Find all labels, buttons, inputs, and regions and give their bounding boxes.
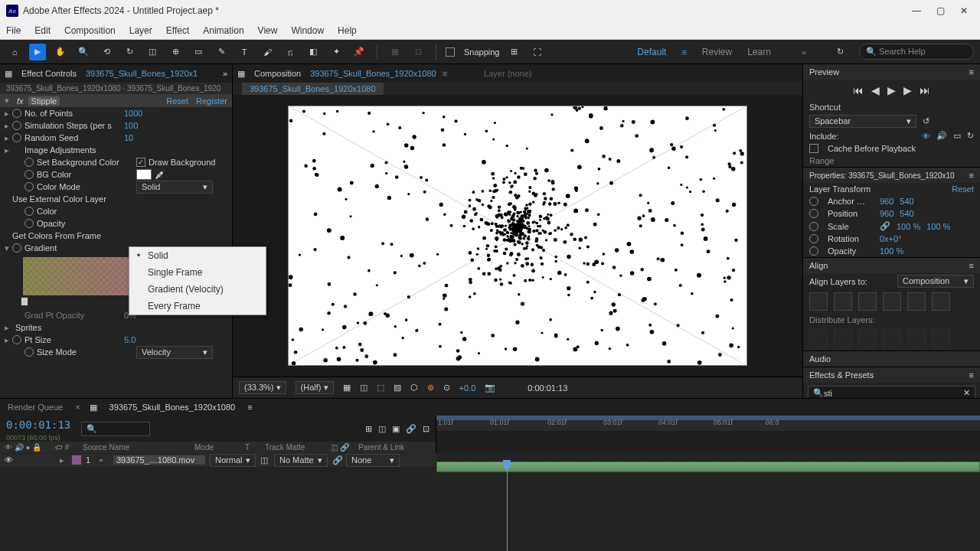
align-right-button[interactable] [858,292,877,311]
grid-icon[interactable]: ▦ [343,383,351,393]
project-icon[interactable]: ▦ [5,69,12,79]
opacity-value[interactable]: 100 % [880,246,903,256]
layer-row-1[interactable]: 👁 ▸ 1 ▫ 393675_…1080.mov Normal▾ ◫ No Ma… [0,454,436,467]
dropdown-item-single-frame[interactable]: Single Frame [129,264,266,281]
video-icon[interactable]: 👁 [922,132,930,141]
prop-no-points-value[interactable]: 1000 [124,109,142,118]
link-icon[interactable]: 🔗 [880,221,890,231]
layer-color-label[interactable] [72,455,81,465]
rotation-value[interactable]: 0x+0° [880,234,902,243]
clone-tool-icon[interactable]: ⎌ [282,44,299,60]
eraser-tool-icon[interactable]: ◧ [305,44,322,60]
layer-duration-bar[interactable] [436,461,980,472]
timeline-opt-icon[interactable]: ▣ [392,424,400,434]
menu-animation[interactable]: Animation [203,25,243,36]
region-icon[interactable]: ⬚ [377,383,384,393]
timeline-search[interactable]: 🔍 [81,422,150,436]
align-top-button[interactable] [883,292,901,311]
snapshot-icon[interactable]: 📷 [485,383,495,393]
timeline-comp-icon[interactable]: ▦ [90,403,97,412]
layer-name[interactable]: 393675_…1080.mov [113,455,205,465]
prop-pt-size-value[interactable]: 5.0 [124,335,136,344]
effect-controls-comp-link[interactable]: 393675_Skull_Bones_1920x1 [86,69,198,78]
next-frame-button[interactable]: ▶ [903,84,912,96]
brush-tool-icon[interactable]: 🖌 [259,44,276,60]
loop-icon[interactable]: ↻ [967,131,974,141]
pen-tool-icon[interactable]: ✎ [213,44,230,60]
minimize-button[interactable]: — [912,5,921,16]
color-mode-dropdown[interactable]: Solid▾ [136,181,213,194]
col-parent-link[interactable]: Parent & Link [358,443,404,452]
prev-frame-button[interactable]: ◀ [871,84,880,96]
snap-options-icon[interactable]: ⊞ [506,44,523,60]
stopwatch-icon[interactable] [12,335,21,344]
puppet-tool-icon[interactable]: 📌 [351,44,368,60]
menu-composition[interactable]: Composition [64,25,116,36]
timeline-opt-icon[interactable]: ⊡ [423,424,430,434]
roto-tool-icon[interactable]: ✦ [328,44,345,60]
anchor-y[interactable]: 540 [900,197,913,206]
search-help-input[interactable]: 🔍 Search Help [859,44,974,60]
stopwatch-icon[interactable] [24,207,34,216]
timeline-opt-icon[interactable]: ◫ [378,424,386,434]
maximize-button[interactable]: ▢ [936,5,945,16]
footage-icon[interactable]: ▦ [237,69,245,79]
stopwatch-icon[interactable] [12,121,21,130]
transparency-icon[interactable]: ▨ [394,383,401,393]
align-center-h-button[interactable] [834,292,852,311]
reset-icon[interactable]: ↺ [923,116,929,126]
transform-reset-link[interactable]: Reset [952,184,974,194]
stopwatch-icon[interactable] [24,170,34,179]
rotate-tool-icon[interactable]: ↻ [121,44,138,60]
last-frame-button[interactable]: ⏭ [920,84,930,96]
close-button[interactable]: ✕ [960,5,968,16]
first-frame-button[interactable]: ⏮ [853,84,864,96]
effect-reset-link[interactable]: Reset [166,96,188,106]
composition-name-link[interactable]: 393675_Skull_Bones_1920x1080 [310,69,436,78]
menu-view[interactable]: View [258,25,278,36]
audio-icon[interactable]: 🔊 [936,131,947,141]
current-timecode[interactable]: 0:00:01:13 [0,416,77,434]
menu-window[interactable]: Window [291,25,324,36]
shortcut-dropdown[interactable]: Spacebar▾ [809,115,916,128]
eye-icon[interactable]: 👁 [5,455,14,465]
effect-name[interactable]: Stipple [28,96,60,106]
timeline-ruler[interactable]: 1:01f 01:01f 02:01f 03:01f 04:01f 05:01f… [436,416,980,431]
effect-register-link[interactable]: Register [196,96,227,106]
stopwatch-icon[interactable] [24,219,34,228]
color-mgmt-icon[interactable]: ⊚ [427,383,434,393]
col-source-name[interactable]: Source Name [83,443,190,452]
stopwatch-icon[interactable] [809,234,818,243]
quality-dropdown[interactable]: (Half) ▾ [296,381,334,394]
prop-sim-steps-value[interactable]: 100 [124,121,138,130]
composition-canvas[interactable] [288,106,747,366]
effect-controls-tab[interactable]: Effect Controls [18,67,80,80]
3d-icon[interactable]: ⬡ [410,383,418,393]
stopwatch-icon[interactable] [809,222,818,231]
timeline-opt-icon[interactable]: ⊞ [365,424,372,434]
anchor-x[interactable]: 960 [880,197,893,206]
menu-effect[interactable]: Effect [166,25,189,36]
stopwatch-icon[interactable] [809,209,818,218]
scale-x[interactable]: 100 % [897,222,920,231]
dropdown-item-gradient-velocity[interactable]: Gradient (Velocity) [129,281,266,298]
position-x[interactable]: 960 [880,209,893,218]
composition-tab[interactable]: Composition [251,67,304,80]
comp-subtab[interactable]: 393675_Skull_Bones_1920x1080 [242,83,384,95]
zoom-dropdown[interactable]: (33.3%) ▾ [239,381,286,394]
align-to-dropdown[interactable]: Composition▾ [897,275,974,288]
workspace-default[interactable]: Default [637,47,666,57]
timeline-comp-tab[interactable]: 393675_Skull_Bones_1920x1080 [106,401,239,413]
grid-tool-icon[interactable]: ▦ [387,44,403,60]
menu-layer[interactable]: Layer [129,25,152,36]
eyedropper-icon[interactable]: 💉 [155,170,165,180]
snapping-checkbox[interactable] [446,47,455,57]
position-y[interactable]: 540 [900,209,913,218]
stopwatch-icon[interactable] [24,182,34,191]
gradient-stop[interactable] [21,297,28,306]
stopwatch-icon[interactable] [809,246,818,256]
align-left-button[interactable] [809,292,828,311]
scale-y[interactable]: 100 % [926,222,950,231]
workspace-learn[interactable]: Learn [747,47,771,57]
stopwatch-icon[interactable] [24,347,34,357]
